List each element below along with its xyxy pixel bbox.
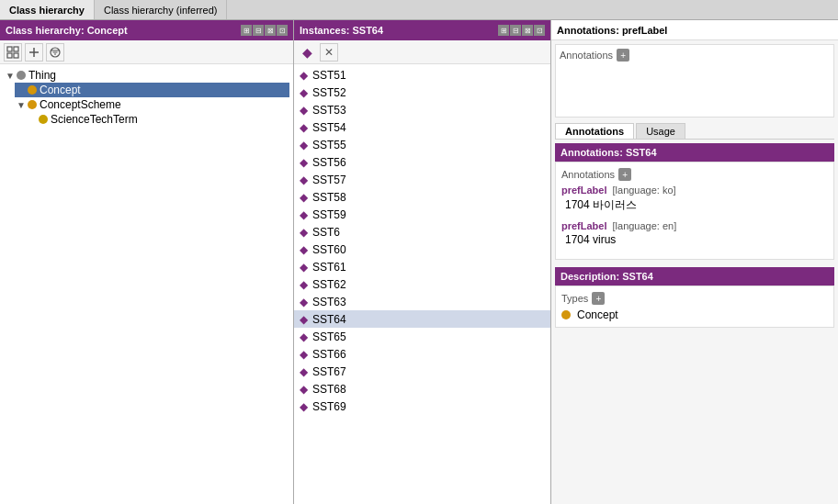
concept-dot-row: Concept	[561, 308, 828, 321]
annotations-sst64-header: Annotations: SST64	[555, 143, 834, 162]
left-panel-ctrl-2[interactable]: ⊟	[253, 25, 264, 36]
inst-ctrl-2[interactable]: ⊟	[510, 25, 521, 36]
instance-item-sst61[interactable]: ◆SST61	[294, 258, 550, 275]
instance-item-sst6[interactable]: ◆SST6	[294, 223, 550, 241]
instance-item-sst63[interactable]: ◆SST63	[294, 293, 550, 310]
anno-body-label: Annotations	[561, 169, 615, 180]
desc-concept-dot	[561, 310, 571, 319]
instance-item-sst60[interactable]: ◆SST60	[294, 241, 550, 258]
instance-item-sst64[interactable]: ◆SST64	[294, 310, 550, 328]
anno-lang-ko: [language: ko]	[613, 185, 676, 196]
instance-item-sst69[interactable]: ◆SST69	[294, 398, 550, 415]
tree-expand-btn[interactable]	[4, 43, 22, 62]
instance-label-sst68: SST68	[312, 383, 346, 396]
tree-area: ▼ Thing Concept ▼ ConceptScheme	[0, 64, 293, 504]
annotations-sst64-body: Annotations + prefLabel [language: ko] 1…	[555, 162, 834, 260]
instance-item-sst58[interactable]: ◆SST58	[294, 188, 550, 206]
instance-diamond-sst60: ◆	[300, 243, 308, 256]
anno-label-row-ko: prefLabel [language: ko]	[561, 185, 828, 196]
inst-ctrl-1[interactable]: ⊞	[498, 25, 509, 36]
instance-label-sst55: SST55	[312, 139, 346, 151]
instance-item-sst57[interactable]: ◆SST57	[294, 171, 550, 188]
instance-item-sst55[interactable]: ◆SST55	[294, 136, 550, 153]
dot-sciencetechterm	[39, 115, 48, 124]
label-thing: Thing	[28, 69, 56, 82]
instance-item-sst54[interactable]: ◆SST54	[294, 118, 550, 136]
middle-panel: Instances: SST64 ⊞ ⊟ ⊠ ⊡ ◆ ✕ ◆SST51◆SST5…	[294, 20, 551, 504]
tab-class-hierarchy[interactable]: Class hierarchy	[0, 0, 95, 19]
desc-concept-label: Concept	[577, 308, 618, 321]
left-panel-ctrl-4[interactable]: ⊡	[277, 25, 288, 36]
anno-add-row: Annotations +	[561, 168, 828, 181]
left-panel-title: Class hierarchy: Concept	[6, 25, 128, 36]
dot-thing	[17, 71, 26, 80]
instance-label-sst65: SST65	[312, 330, 346, 343]
instance-diamond-sst69: ◆	[300, 400, 308, 413]
inst-ctrl-4[interactable]: ⊡	[534, 25, 545, 36]
tree-collapse-btn[interactable]	[25, 43, 43, 62]
instances-add-btn[interactable]: ◆	[298, 43, 316, 62]
types-add-btn[interactable]: +	[592, 292, 605, 305]
anno-prop-ko: prefLabel	[561, 185, 607, 196]
instance-item-sst51[interactable]: ◆SST51	[294, 66, 550, 84]
left-panel-ctrl-3[interactable]: ⊠	[265, 25, 276, 36]
right-panel: Annotations: prefLabel Annotations + Ann…	[551, 20, 838, 504]
dot-conceptscheme	[28, 100, 37, 109]
description-sst64-title: Description: SST64	[561, 271, 653, 282]
instance-label-sst59: SST59	[312, 208, 346, 221]
inst-ctrl-3[interactable]: ⊠	[522, 25, 533, 36]
instance-diamond-sst52: ◆	[300, 86, 308, 99]
instance-item-sst67[interactable]: ◆SST67	[294, 363, 550, 380]
tree-item-conceptscheme[interactable]: ▼ ConceptScheme	[15, 97, 289, 112]
instance-diamond-sst65: ◆	[300, 330, 308, 343]
toggle-sciencetechterm	[28, 115, 39, 125]
instances-delete-btn[interactable]: ✕	[320, 43, 338, 62]
anno-add-btn[interactable]: +	[618, 168, 631, 181]
instance-item-sst56[interactable]: ◆SST56	[294, 153, 550, 171]
instance-item-sst62[interactable]: ◆SST62	[294, 275, 550, 293]
instances-toolbar: ◆ ✕	[294, 40, 550, 64]
tree-item-concept[interactable]: Concept	[15, 83, 289, 97]
instance-item-sst53[interactable]: ◆SST53	[294, 101, 550, 118]
left-panel-ctrl-1[interactable]: ⊞	[241, 25, 252, 36]
label-conceptscheme: ConceptScheme	[40, 98, 121, 111]
annotations-top-box: Annotations +	[555, 44, 834, 118]
tab-usage[interactable]: Usage	[636, 123, 685, 139]
instance-diamond-sst53: ◆	[300, 104, 308, 117]
svg-rect-0	[7, 47, 12, 51]
tree-item-sciencetechterm[interactable]: ScienceTechTerm	[26, 112, 289, 127]
dot-concept	[28, 85, 37, 95]
left-panel: Class hierarchy: Concept ⊞ ⊟ ⊠ ⊡	[0, 20, 294, 504]
anno-prop-en: prefLabel	[561, 220, 607, 231]
instance-label-sst54: SST54	[312, 121, 346, 134]
main-container: Class hierarchy Class hierarchy (inferre…	[0, 0, 838, 504]
annotations-top-add-btn[interactable]: +	[617, 49, 629, 62]
instance-diamond-sst63: ◆	[300, 296, 308, 308]
instance-diamond-sst55: ◆	[300, 139, 308, 151]
tab-class-hierarchy-inferred[interactable]: Class hierarchy (inferred)	[95, 0, 227, 19]
instance-label-sst53: SST53	[312, 104, 346, 117]
instance-label-sst52: SST52	[312, 86, 346, 99]
instance-label-sst66: SST66	[312, 348, 346, 361]
instance-label-sst67: SST67	[312, 365, 346, 378]
instances-list: ◆SST51◆SST52◆SST53◆SST54◆SST55◆SST56◆SST…	[294, 64, 550, 504]
tree-filter-btn[interactable]	[46, 43, 64, 62]
instance-item-sst66[interactable]: ◆SST66	[294, 345, 550, 363]
label-concept: Concept	[40, 84, 81, 96]
left-toolbar	[0, 40, 293, 64]
instance-item-sst68[interactable]: ◆SST68	[294, 380, 550, 398]
toggle-thing: ▼	[6, 71, 17, 81]
instance-diamond-sst62: ◆	[300, 278, 308, 291]
instance-item-sst65[interactable]: ◆SST65	[294, 328, 550, 345]
tab-annotations[interactable]: Annotations	[555, 123, 634, 139]
instance-label-sst51: SST51	[312, 69, 346, 82]
instance-item-sst59[interactable]: ◆SST59	[294, 206, 550, 223]
instance-label-sst61: SST61	[312, 261, 346, 274]
instance-diamond-sst54: ◆	[300, 121, 308, 134]
tree-item-thing[interactable]: ▼ Thing	[4, 68, 289, 83]
content-area: Class hierarchy: Concept ⊞ ⊟ ⊠ ⊡	[0, 20, 838, 504]
instance-label-sst62: SST62	[312, 278, 346, 291]
instance-item-sst52[interactable]: ◆SST52	[294, 84, 550, 101]
anno-entry-en: prefLabel [language: en] 1704 virus	[561, 220, 828, 246]
instance-diamond-sst51: ◆	[300, 69, 308, 82]
